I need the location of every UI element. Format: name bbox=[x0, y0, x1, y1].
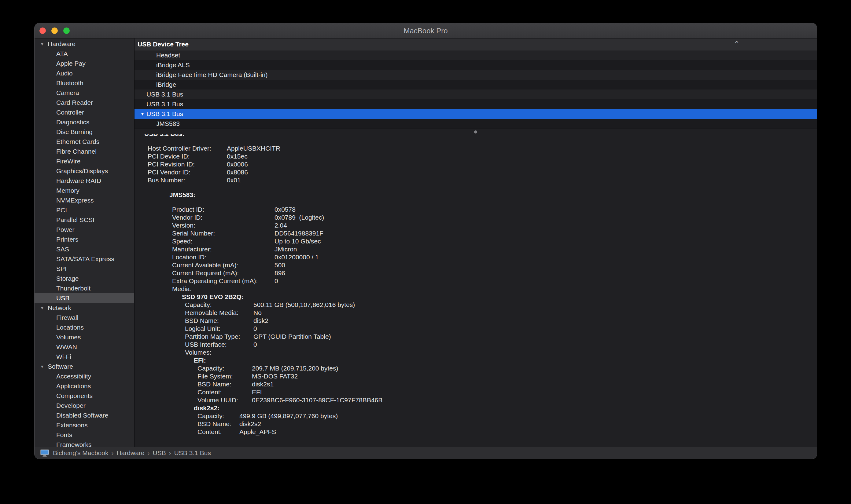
sidebar-item-disabled-software[interactable]: Disabled Software bbox=[35, 411, 134, 420]
splitter-handle-icon[interactable] bbox=[474, 130, 477, 133]
device-row-ibridge-als[interactable]: iBridge ALS bbox=[135, 60, 817, 70]
device-row-ibridge-facetime-hd-camera-built-in[interactable]: iBridge FaceTime HD Camera (Built-in) bbox=[135, 70, 817, 80]
sidebar-item-fonts[interactable]: Fonts bbox=[35, 430, 134, 440]
detail-label: Location ID: bbox=[172, 253, 275, 261]
sidebar-item-diagnostics[interactable]: Diagnostics bbox=[35, 117, 134, 127]
device-row-usb-3-1-bus[interactable]: USB 3.1 Bus bbox=[135, 90, 817, 99]
disclosure-triangle-icon[interactable]: ▼ bbox=[140, 111, 146, 116]
device-tree-header[interactable]: USB Device Tree ⌃ bbox=[135, 38, 817, 50]
sidebar-item-label: Storage bbox=[56, 275, 79, 282]
sidebar-item-memory[interactable]: Memory bbox=[35, 186, 134, 196]
disclosure-triangle-icon[interactable]: ▼ bbox=[40, 305, 48, 310]
detail-section-disk2s2: disk2s2: bbox=[135, 404, 817, 412]
sidebar-item-sas[interactable]: SAS bbox=[35, 245, 134, 254]
sidebar-item-extensions[interactable]: Extensions bbox=[35, 420, 134, 430]
device-row-label: JMS583 bbox=[156, 120, 180, 127]
sidebar-item-card-reader[interactable]: Card Reader bbox=[35, 98, 134, 108]
sidebar-item-power[interactable]: Power bbox=[35, 225, 134, 235]
sidebar-item-fibre-channel[interactable]: Fibre Channel bbox=[35, 147, 134, 156]
device-row-headset[interactable]: Headset bbox=[135, 50, 817, 60]
sidebar-item-developer[interactable]: Developer bbox=[35, 401, 134, 411]
detail-property: Logical Unit:0 bbox=[135, 325, 817, 332]
sidebar-item-components[interactable]: Components bbox=[35, 391, 134, 401]
sidebar-item-storage[interactable]: Storage bbox=[35, 274, 134, 284]
device-row-ibridge[interactable]: iBridge bbox=[135, 80, 817, 90]
sidebar-item-camera[interactable]: Camera bbox=[35, 88, 134, 98]
title-bar[interactable]: MacBook Pro bbox=[35, 23, 817, 38]
sidebar-item-parallel-scsi[interactable]: Parallel SCSI bbox=[35, 215, 134, 225]
breadcrumb-item[interactable]: USB bbox=[153, 449, 166, 456]
detail-property: Version:2.04 bbox=[135, 221, 817, 229]
sidebar-item-bluetooth[interactable]: Bluetooth bbox=[35, 78, 134, 88]
sidebar-item-label: Graphics/Displays bbox=[56, 167, 108, 175]
sidebar-section-hardware[interactable]: ▼Hardware bbox=[35, 39, 134, 49]
sort-ascending-icon[interactable]: ⌃ bbox=[734, 40, 740, 48]
sidebar-item-label: PCI bbox=[56, 206, 67, 214]
sidebar-item-audio[interactable]: Audio bbox=[35, 68, 134, 78]
sidebar-section-label: Hardware bbox=[48, 40, 75, 48]
detail-value: 0x0578 bbox=[275, 205, 296, 214]
sidebar-item-locations[interactable]: Locations bbox=[35, 323, 134, 332]
sidebar-item-pci[interactable]: PCI bbox=[35, 205, 134, 215]
sidebar-item-wwan[interactable]: WWAN bbox=[35, 342, 134, 352]
zoom-button[interactable] bbox=[63, 28, 70, 34]
sidebar-item-sata-sata-express[interactable]: SATA/SATA Express bbox=[35, 254, 134, 264]
sidebar-item-ata[interactable]: ATA bbox=[35, 49, 134, 59]
sidebar-item-printers[interactable]: Printers bbox=[35, 235, 134, 245]
device-row-jms583[interactable]: JMS583 bbox=[135, 119, 817, 129]
sidebar-item-spi[interactable]: SPI bbox=[35, 264, 134, 274]
detail-value: 0x01 bbox=[227, 176, 241, 184]
detail-property: PCI Device ID:0x15ec bbox=[135, 152, 817, 160]
detail-property: Partition Map Type:GPT (GUID Partition T… bbox=[135, 332, 817, 341]
sidebar-item-label: Volumes bbox=[56, 334, 81, 341]
sidebar-item-apple-pay[interactable]: Apple Pay bbox=[35, 59, 134, 68]
device-row-usb-3-1-bus[interactable]: ▼USB 3.1 Bus bbox=[135, 109, 817, 119]
sidebar-item-usb[interactable]: USB bbox=[35, 293, 134, 303]
sidebar-item-wi-fi[interactable]: Wi-Fi bbox=[35, 352, 134, 362]
sidebar-item-firewall[interactable]: Firewall bbox=[35, 313, 134, 323]
sidebar-item-graphics-displays[interactable]: Graphics/Displays bbox=[35, 166, 134, 176]
breadcrumb-item[interactable]: Hardware bbox=[117, 449, 144, 456]
breadcrumb-item[interactable]: USB 3.1 Bus bbox=[174, 449, 211, 456]
sidebar-item-nvmexpress[interactable]: NVMExpress bbox=[35, 196, 134, 205]
pane-splitter[interactable] bbox=[135, 129, 817, 134]
detail-label: Current Available (mA): bbox=[172, 261, 275, 269]
detail-value: 500.11 GB (500,107,862,016 bytes) bbox=[254, 301, 355, 309]
sidebar-item-frameworks[interactable]: Frameworks bbox=[35, 440, 134, 447]
detail-value: DD5641988391F bbox=[275, 229, 324, 237]
device-row-label: USB 3.1 Bus bbox=[146, 101, 183, 108]
sidebar-item-label: Fonts bbox=[56, 431, 72, 439]
detail-property: Location ID:0x01200000 / 1 bbox=[135, 253, 817, 261]
device-row-usb-3-1-bus[interactable]: USB 3.1 Bus bbox=[135, 99, 817, 109]
detail-section-title: USB 3.1 Bus: bbox=[144, 134, 185, 138]
sidebar-item-accessibility[interactable]: Accessibility bbox=[35, 372, 134, 381]
disclosure-triangle-icon[interactable]: ▼ bbox=[40, 41, 48, 47]
detail-property: Capacity:209.7 MB (209,715,200 bytes) bbox=[135, 364, 817, 372]
status-bar: Bicheng's Macbook›Hardware›USB›USB 3.1 B… bbox=[35, 447, 817, 459]
minimize-button[interactable] bbox=[51, 28, 58, 34]
sidebar-item-ethernet-cards[interactable]: Ethernet Cards bbox=[35, 137, 134, 147]
detail-property: Speed:Up to 10 Gb/sec bbox=[135, 237, 817, 245]
breadcrumb-item[interactable]: Bicheng's Macbook bbox=[53, 449, 108, 456]
sidebar-section-network[interactable]: ▼Network bbox=[35, 303, 134, 313]
sidebar-item-disc-burning[interactable]: Disc Burning bbox=[35, 127, 134, 137]
sidebar-item-controller[interactable]: Controller bbox=[35, 108, 134, 117]
device-row-label: USB 3.1 Bus bbox=[146, 110, 183, 118]
detail-label: Host Controller Driver: bbox=[147, 144, 227, 152]
sidebar-section-software[interactable]: ▼Software bbox=[35, 362, 134, 372]
sidebar-item-volumes[interactable]: Volumes bbox=[35, 332, 134, 342]
sidebar-item-hardware-raid[interactable]: Hardware RAID bbox=[35, 176, 134, 186]
sidebar-item-firewire[interactable]: FireWire bbox=[35, 156, 134, 166]
disclosure-triangle-icon[interactable]: ▼ bbox=[40, 364, 48, 369]
device-row-label: iBridge FaceTime HD Camera (Built-in) bbox=[156, 71, 267, 78]
sidebar-item-label: Card Reader bbox=[56, 99, 93, 106]
detail-value: disk2s2 bbox=[239, 420, 261, 428]
main-pane: USB Device Tree ⌃ HeadsetiBridge ALSiBri… bbox=[135, 38, 817, 447]
sidebar-item-label: Power bbox=[56, 226, 74, 233]
detail-label: Manufacturer: bbox=[172, 245, 275, 253]
sidebar-item-applications[interactable]: Applications bbox=[35, 381, 134, 391]
close-button[interactable] bbox=[39, 28, 46, 34]
sidebar-item-thunderbolt[interactable]: Thunderbolt bbox=[35, 284, 134, 293]
detail-value: 209.7 MB (209,715,200 bytes) bbox=[252, 364, 338, 372]
sidebar-item-label: Frameworks bbox=[56, 441, 92, 447]
